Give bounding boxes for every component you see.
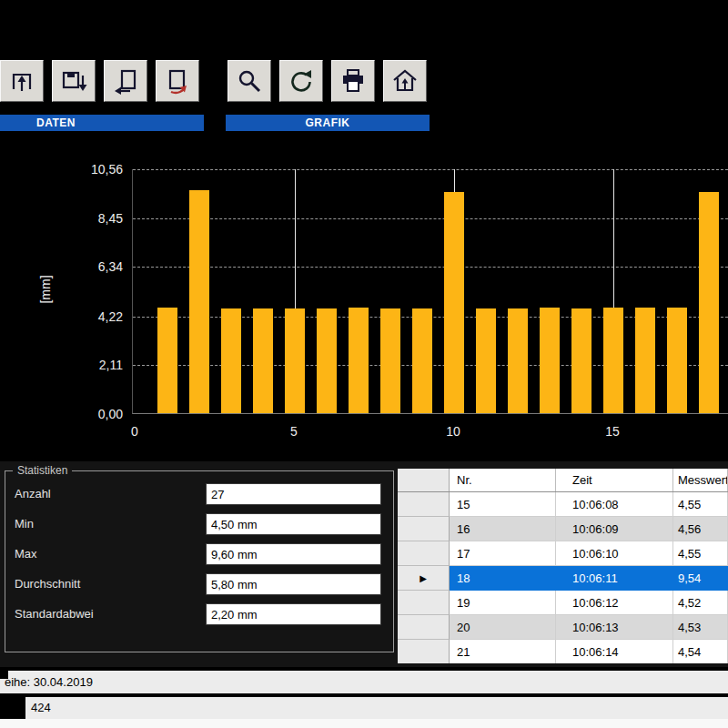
row-header[interactable]	[398, 615, 450, 640]
status-bar-date: eihe: 30.04.2019	[0, 671, 728, 693]
stat-label: Durchschnitt	[15, 577, 80, 591]
measurement-bar	[157, 308, 177, 413]
y-axis: 0,002,114,226,348,4510,56	[50, 169, 123, 414]
status-date-text: eihe: 30.04.2019	[5, 675, 93, 689]
measurement-bar	[699, 192, 719, 413]
table-row[interactable]: 2110:06:144,54	[398, 640, 728, 663]
measurement-bar	[285, 308, 305, 413]
stat-label: Anzahl	[15, 487, 51, 500]
measurement-bar	[317, 308, 337, 413]
table-row[interactable]: ▶1810:06:119,54	[398, 566, 728, 591]
stat-row: Durchschnitt	[5, 573, 393, 596]
stat-label: Min	[15, 517, 34, 531]
table-cell: 10:06:10	[556, 541, 673, 566]
row-header[interactable]	[398, 492, 450, 517]
grid-body: 1510:06:084,551610:06:094,561710:06:104,…	[398, 492, 728, 663]
x-axis-tick-label: 0	[131, 424, 138, 439]
y-axis-tick-label: 4,22	[98, 309, 123, 324]
column-header-zeit[interactable]: Zeit	[556, 469, 673, 491]
stat-row: Standardabwei	[5, 603, 393, 626]
table-cell: 4,53	[673, 615, 728, 640]
stat-input-min[interactable]	[206, 513, 381, 535]
table-cell: 19	[450, 591, 556, 615]
y-axis-tick-label: 8,45	[98, 211, 123, 226]
table-cell: 21	[450, 640, 556, 663]
measurement-bar	[667, 308, 687, 413]
table-cell: 4,52	[673, 591, 728, 615]
y-axis-tick-label: 0,00	[98, 407, 123, 421]
table-cell: 17	[450, 541, 556, 566]
stat-input-max[interactable]	[206, 543, 381, 565]
statistics-title: Statistiken	[13, 464, 72, 477]
grid-header: Nr.ZeitMesswert	[398, 469, 728, 492]
stat-label: Standardabwei	[15, 607, 94, 621]
measurements-table: Nr.ZeitMesswert 1510:06:084,551610:06:09…	[398, 469, 728, 663]
table-cell: 4,54	[673, 640, 728, 663]
table-row[interactable]: 1610:06:094,56	[398, 517, 728, 541]
stat-input-durchschnitt[interactable]	[206, 573, 381, 595]
row-header[interactable]	[398, 640, 450, 663]
table-cell: 4,56	[673, 517, 728, 541]
status-bar-device: 424	[0, 697, 728, 719]
table-cell: 18	[450, 566, 556, 591]
measurement-bar	[571, 308, 592, 413]
status-device-text: 424	[31, 697, 51, 719]
table-cell: 10:06:09	[556, 517, 673, 541]
h-gridline	[133, 218, 728, 219]
table-row[interactable]: 2010:06:134,53	[398, 615, 728, 640]
stat-input-anzahl[interactable]	[206, 483, 381, 505]
measurement-bar	[412, 308, 432, 413]
measurement-bar	[635, 308, 655, 413]
status-notch	[0, 671, 8, 679]
stat-label: Max	[15, 547, 37, 561]
measurement-bar	[380, 308, 400, 413]
statistics-groupbox: Statistiken AnzahlMinMaxDurchschnittStan…	[5, 470, 394, 652]
stat-row: Min	[5, 513, 393, 536]
measurement-bar	[508, 308, 528, 413]
y-axis-tick-label: 6,34	[98, 259, 123, 274]
x-axis-tick-label: 5	[290, 424, 298, 439]
y-axis-tick-label: 2,11	[99, 358, 123, 372]
row-header[interactable]	[398, 541, 450, 566]
table-cell: 10:06:12	[556, 591, 673, 615]
table-row[interactable]: 1510:06:084,55	[398, 492, 728, 517]
measurement-bar	[444, 192, 464, 413]
table-cell: 10:06:11	[556, 566, 673, 591]
chart-plot	[132, 169, 728, 414]
x-axis-tick-label: 10	[446, 424, 460, 439]
x-axis: 051015	[132, 424, 728, 442]
measurement-bar	[189, 190, 209, 413]
measurement-bar	[603, 308, 623, 413]
table-cell: 4,55	[673, 492, 728, 517]
table-cell: 10:06:08	[556, 492, 673, 517]
stat-row: Max	[5, 543, 393, 566]
bottom-strip	[0, 719, 728, 728]
table-cell: 9,54	[673, 566, 728, 591]
h-gridline	[133, 267, 728, 268]
measurement-bar	[349, 308, 369, 413]
h-gridline	[133, 169, 728, 170]
application-window: DATEN GRAFIK [mm] 0,002,114,226,348,4510…	[0, 0, 728, 728]
row-header[interactable]	[398, 591, 450, 615]
measurement-bar	[253, 308, 273, 413]
table-cell: 20	[450, 615, 556, 640]
y-axis-tick-label: 10,56	[91, 162, 123, 177]
table-cell: 16	[450, 517, 556, 541]
row-header[interactable]	[398, 517, 450, 541]
measurement-bar	[476, 308, 496, 413]
table-cell: 10:06:14	[556, 640, 673, 663]
table-cell: 4,55	[673, 541, 728, 566]
stat-input-standardabwei[interactable]	[206, 603, 381, 625]
measurement-bar	[221, 308, 241, 413]
row-selector-arrow[interactable]: ▶	[398, 566, 450, 591]
grid-corner	[398, 469, 450, 491]
table-cell: 10:06:13	[556, 615, 673, 640]
column-header-messwert[interactable]: Messwert	[673, 469, 728, 491]
table-row[interactable]: 1710:06:104,55	[398, 541, 728, 566]
table-cell: 15	[450, 492, 556, 517]
bottom-panel: Statistiken AnzahlMinMaxDurchschnittStan…	[0, 461, 728, 667]
column-header-nr[interactable]: Nr.	[450, 469, 556, 491]
table-row[interactable]: 1910:06:124,52	[398, 591, 728, 615]
status-block	[0, 697, 25, 719]
x-axis-tick-label: 15	[605, 424, 620, 439]
